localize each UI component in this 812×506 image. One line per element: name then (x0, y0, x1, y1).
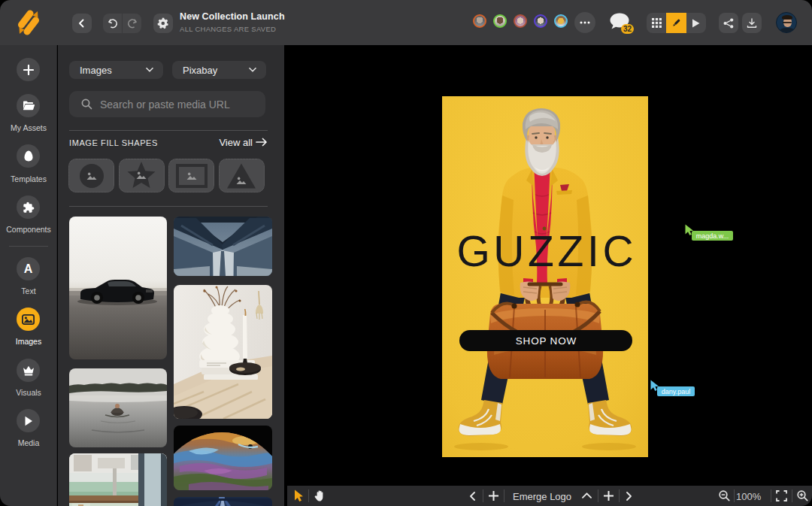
svg-text:32: 32 (623, 25, 632, 33)
